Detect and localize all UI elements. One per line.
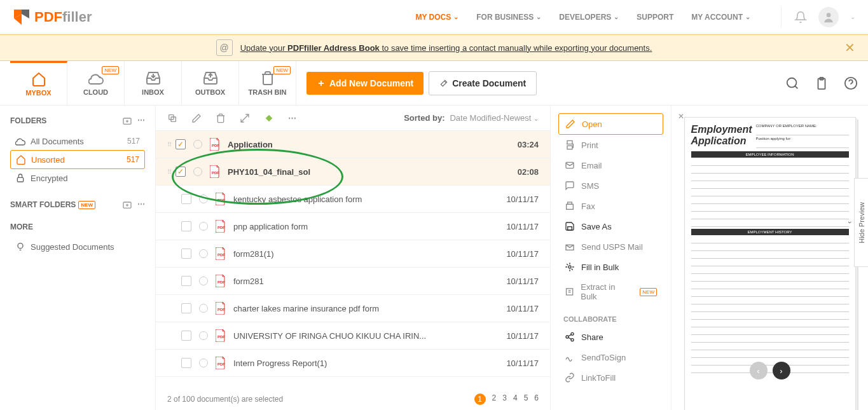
file-row[interactable]: PDFUNIVERSITY OF IRINGA CHUO KIKUU CHA I…	[156, 322, 550, 350]
edit-icon[interactable]	[191, 113, 202, 123]
add-document-button[interactable]: Add New Document	[307, 72, 424, 95]
file-row[interactable]: PDFform281(1)10/11/17	[156, 240, 550, 268]
radio[interactable]	[199, 359, 208, 367]
sidebar-item-encrypted[interactable]: Encrypted	[10, 169, 145, 187]
drag-handle-icon[interactable]: ⠿	[167, 141, 172, 148]
fax-icon	[565, 201, 575, 211]
copy-icon[interactable]	[167, 113, 177, 123]
checkbox[interactable]	[181, 276, 191, 286]
more-icon[interactable]: ⋯	[137, 116, 145, 126]
next-page-button[interactable]: ›	[773, 362, 790, 379]
create-document-button[interactable]: Create Document	[429, 71, 537, 95]
tab-trash[interactable]: NEW TRASH BIN	[239, 61, 296, 106]
search-icon[interactable]	[785, 76, 799, 90]
sidebar-item-unsorted[interactable]: Unsorted517	[10, 150, 145, 169]
action-sendtosign[interactable]: SendToSign	[558, 347, 663, 367]
radio[interactable]	[199, 331, 208, 340]
more-icon[interactable]: ⋯	[288, 113, 296, 123]
checkbox[interactable]	[176, 139, 186, 149]
svg-text:PDF: PDF	[217, 198, 225, 202]
page-4[interactable]: 4	[513, 393, 518, 405]
page-3[interactable]: 3	[502, 393, 507, 405]
file-name: charter lakes marine insurance pdf form	[233, 304, 499, 313]
tab-mybox[interactable]: MYBOX	[10, 61, 67, 106]
tab-outbox[interactable]: OUTBOX	[182, 61, 239, 106]
more-icon[interactable]: ⋯	[137, 200, 145, 210]
drag-handle-icon[interactable]: ⠿	[167, 168, 172, 175]
tab-label: MYBOX	[25, 89, 51, 97]
checkbox[interactable]	[181, 221, 191, 231]
trash-icon[interactable]	[216, 113, 226, 123]
nav-account[interactable]: MY ACCOUNT⌄	[691, 13, 750, 22]
file-row[interactable]: PDFIntern Progress Report(1)10/11/17	[156, 350, 550, 377]
nav-support[interactable]: SUPPORT	[637, 13, 673, 22]
nav-mydocs[interactable]: MY DOCS⌄	[415, 13, 458, 22]
sidebar-item-suggested[interactable]: Suggested Documents	[10, 238, 145, 256]
nav-developers[interactable]: DEVELOPERS⌄	[559, 13, 619, 22]
radio[interactable]	[199, 249, 208, 258]
banner-text[interactable]: Update your PDFfiller Address Book to sa…	[240, 43, 652, 53]
tag-icon[interactable]	[264, 113, 274, 123]
action-fillbulk[interactable]: Fill in Bulk	[558, 257, 663, 277]
file-name: Application	[228, 140, 510, 149]
action-usps[interactable]: Send USPS Mail	[558, 236, 663, 257]
action-print[interactable]: Print	[558, 135, 663, 155]
action-extractbulk[interactable]: Extract in BulkNEW	[558, 277, 663, 306]
file-row[interactable]: PDFcharter lakes marine insurance pdf fo…	[156, 295, 550, 322]
file-row[interactable]: ⠿PDFApplication03:24	[156, 131, 550, 158]
file-toolbar: ⋯ Sorted by: Date Modified-Newest ⌄	[156, 106, 550, 131]
action-linktofill[interactable]: LinkToFill	[558, 367, 663, 388]
checkbox[interactable]	[181, 358, 191, 368]
add-folder-icon[interactable]	[122, 116, 132, 126]
pencil-icon	[565, 119, 575, 129]
file-row[interactable]: PDFpnp application form10/11/17	[156, 213, 550, 240]
radio[interactable]	[193, 140, 202, 149]
sort-control[interactable]: Sorted by: Date Modified-Newest ⌄	[404, 113, 539, 123]
avatar[interactable]	[818, 7, 839, 27]
preview-panel: ✕ Employment Application COMPANY OR EMPL…	[671, 106, 868, 410]
tab-label: CLOUD	[83, 88, 108, 96]
action-email[interactable]: Email	[558, 155, 663, 175]
checkbox[interactable]	[181, 194, 191, 204]
file-row[interactable]: PDFkentucky asbestos application form10/…	[156, 186, 550, 213]
help-icon[interactable]	[844, 76, 858, 90]
add-folder-icon[interactable]	[122, 200, 132, 210]
checkbox[interactable]	[181, 303, 191, 313]
file-row[interactable]: ⠿PDFPHY101_04_final_sol02:08	[156, 158, 550, 186]
svg-rect-9	[17, 177, 23, 182]
page-2[interactable]: 2	[492, 393, 497, 405]
sidebar-item-all[interactable]: All Documents517	[10, 132, 145, 150]
radio[interactable]	[199, 222, 208, 231]
checkbox[interactable]	[181, 331, 191, 341]
close-icon[interactable]: ✕	[844, 40, 855, 55]
radio[interactable]	[199, 277, 208, 285]
chevron-down-icon[interactable]: ⌄	[850, 13, 855, 20]
move-icon[interactable]	[240, 113, 250, 123]
action-sms[interactable]: SMS	[558, 175, 663, 196]
svg-point-3	[827, 13, 831, 17]
tab-inbox[interactable]: INBOX	[125, 61, 182, 106]
tab-cloud[interactable]: NEW CLOUD	[67, 61, 125, 106]
page-1[interactable]: 1	[474, 393, 486, 405]
close-icon[interactable]: ✕	[678, 112, 684, 121]
radio[interactable]	[199, 304, 208, 313]
svg-text:PDF: PDF	[217, 308, 225, 311]
file-row[interactable]: PDFform28110/11/17	[156, 268, 550, 295]
action-open[interactable]: Open	[558, 113, 663, 135]
action-fax[interactable]: Fax	[558, 196, 663, 216]
bell-icon[interactable]	[794, 11, 807, 24]
page-5[interactable]: 5	[524, 393, 528, 405]
radio[interactable]	[193, 167, 202, 176]
action-share[interactable]: Share	[558, 327, 663, 347]
prev-page-button[interactable]: ‹	[750, 362, 768, 379]
preview-pager: ‹ ›	[750, 362, 790, 379]
page-6[interactable]: 6	[534, 393, 539, 405]
checkbox[interactable]	[181, 249, 191, 259]
hide-preview-toggle[interactable]: › Hide Preview ›	[854, 178, 868, 267]
nav-business[interactable]: FOR BUSINESS⌄	[476, 13, 541, 22]
checkbox[interactable]	[176, 167, 186, 177]
logo[interactable]: PDFfiller	[13, 8, 92, 26]
clipboard-icon[interactable]	[815, 76, 829, 90]
action-saveas[interactable]: Save As	[558, 216, 663, 236]
radio[interactable]	[199, 195, 208, 203]
